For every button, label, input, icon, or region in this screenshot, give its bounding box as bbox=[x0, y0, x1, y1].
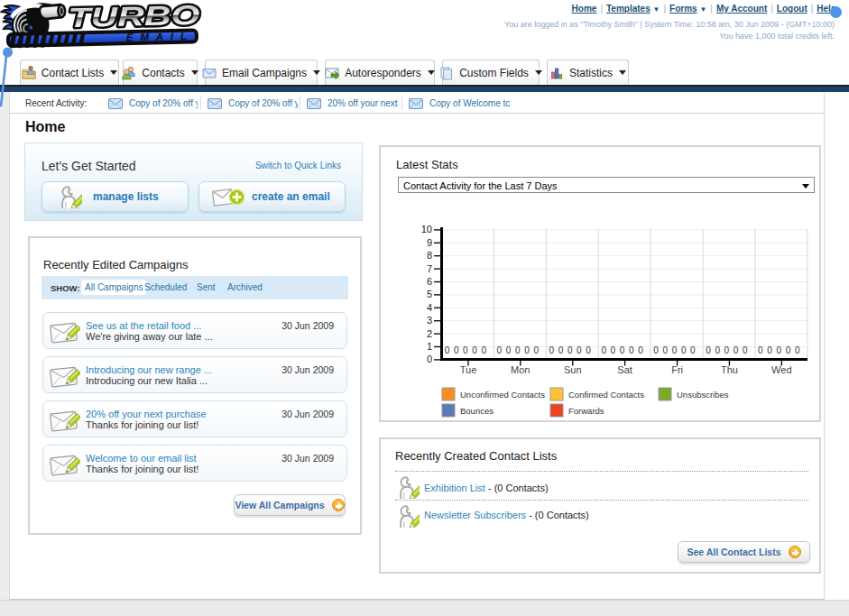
svg-text:Forwards: Forwards bbox=[568, 406, 604, 416]
svg-text:0: 0 bbox=[611, 345, 616, 355]
svg-text:0: 0 bbox=[786, 345, 791, 355]
svg-text:6: 6 bbox=[427, 276, 432, 287]
svg-text:0: 0 bbox=[472, 345, 477, 355]
svg-text:3: 3 bbox=[427, 315, 432, 326]
svg-text:0: 0 bbox=[577, 345, 582, 355]
svg-text:10: 10 bbox=[421, 224, 432, 234]
svg-text:1: 1 bbox=[427, 341, 432, 352]
svg-text:0: 0 bbox=[681, 345, 687, 355]
svg-text:0: 0 bbox=[629, 345, 634, 355]
svg-text:0: 0 bbox=[533, 345, 539, 355]
svg-text:0: 0 bbox=[734, 345, 739, 355]
svg-text:0: 0 bbox=[524, 345, 530, 355]
svg-text:Unconfirmed Contacts: Unconfirmed Contacts bbox=[460, 390, 545, 400]
svg-text:8: 8 bbox=[427, 250, 432, 261]
svg-text:5: 5 bbox=[427, 289, 432, 299]
svg-text:0: 0 bbox=[795, 345, 800, 355]
svg-text:0: 0 bbox=[515, 345, 521, 355]
svg-text:0: 0 bbox=[743, 345, 748, 355]
svg-text:0: 0 bbox=[777, 345, 782, 355]
svg-text:0: 0 bbox=[663, 345, 669, 355]
svg-text:7: 7 bbox=[427, 263, 432, 274]
svg-text:Fri: Fri bbox=[671, 364, 683, 375]
svg-text:Unsubscribes: Unsubscribes bbox=[677, 390, 729, 400]
svg-text:0: 0 bbox=[445, 345, 450, 355]
svg-text:0: 0 bbox=[568, 345, 573, 355]
svg-text:Thu: Thu bbox=[721, 364, 738, 375]
svg-text:EMAIL: EMAIL bbox=[126, 31, 194, 43]
svg-text:0: 0 bbox=[706, 345, 711, 355]
svg-text:0: 0 bbox=[690, 345, 696, 355]
svg-text:0: 0 bbox=[497, 345, 503, 355]
svg-text:Sun: Sun bbox=[564, 364, 582, 375]
svg-text:4: 4 bbox=[427, 302, 432, 313]
svg-text:Sat: Sat bbox=[617, 364, 632, 375]
svg-text:0: 0 bbox=[724, 345, 730, 355]
svg-text:0: 0 bbox=[454, 345, 459, 355]
svg-text:Bounces: Bounces bbox=[460, 406, 494, 416]
svg-text:0: 0 bbox=[549, 345, 555, 355]
svg-text:0: 0 bbox=[482, 345, 487, 355]
svg-text:0: 0 bbox=[601, 345, 606, 355]
svg-text:0: 0 bbox=[506, 345, 512, 355]
svg-text:0: 0 bbox=[638, 345, 643, 355]
svg-text:0: 0 bbox=[463, 345, 468, 355]
svg-text:0: 0 bbox=[620, 345, 625, 355]
svg-text:0: 0 bbox=[653, 345, 659, 355]
svg-text:Tue: Tue bbox=[460, 364, 477, 375]
svg-text:0: 0 bbox=[427, 354, 432, 364]
svg-text:0: 0 bbox=[767, 345, 772, 355]
svg-text:0: 0 bbox=[672, 345, 678, 355]
svg-text:0: 0 bbox=[558, 345, 564, 355]
svg-text:Confirmed Contacts: Confirmed Contacts bbox=[568, 390, 644, 400]
svg-text:Mon: Mon bbox=[511, 364, 530, 375]
svg-text:9: 9 bbox=[427, 237, 432, 248]
svg-text:0: 0 bbox=[758, 345, 763, 355]
svg-text:0: 0 bbox=[586, 345, 591, 355]
svg-text:0: 0 bbox=[715, 345, 720, 355]
svg-text:2: 2 bbox=[427, 328, 432, 339]
svg-text:Wed: Wed bbox=[771, 364, 791, 375]
